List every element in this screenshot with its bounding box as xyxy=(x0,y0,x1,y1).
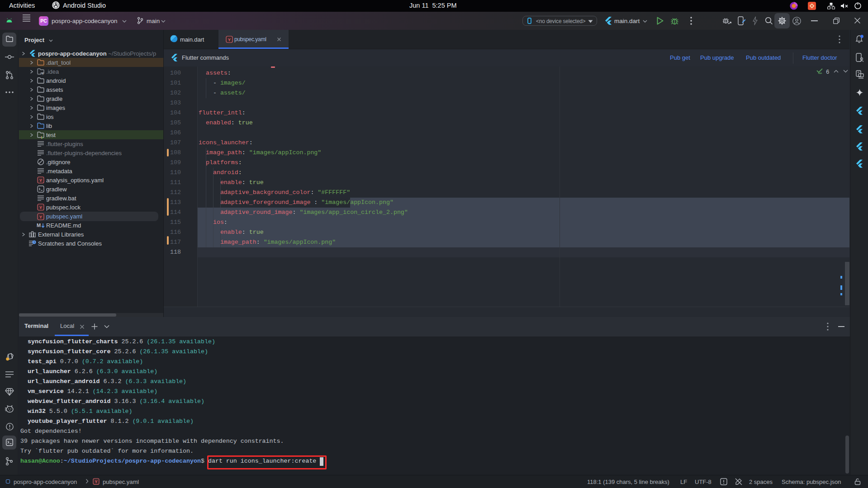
svg-text:Y: Y xyxy=(39,205,43,210)
svg-text:Y: Y xyxy=(39,214,43,219)
svg-text:✳: ✳ xyxy=(41,71,45,75)
svg-text:Y: Y xyxy=(39,178,43,183)
svg-text:Y: Y xyxy=(95,479,97,484)
svg-text:Y: Y xyxy=(228,37,231,42)
